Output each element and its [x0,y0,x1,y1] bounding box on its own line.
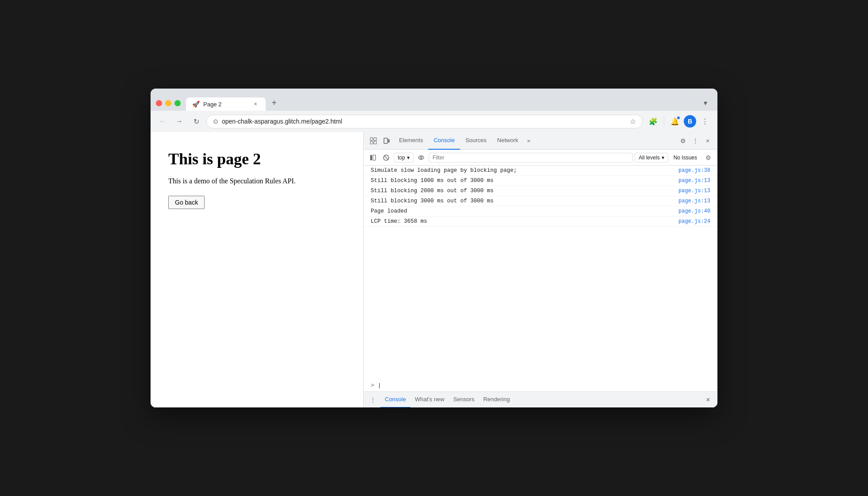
console-line: Still blocking 1000 ms out of 3000 mspag… [364,176,717,186]
console-level-label: All levels [639,155,659,161]
page-description: This is a demo of the Speculation Rules … [168,177,345,185]
browser-window: 🚀 Page 2 × + ▾ ← → ↻ ⊙ open-chalk-aspara… [151,89,717,407]
svg-point-11 [420,157,422,159]
console-level-arrow: ▾ [662,155,664,161]
console-context-selector[interactable]: top ▾ [394,153,414,163]
address-security-icon: ⊙ [213,118,218,125]
svg-rect-7 [373,155,376,160]
console-context-arrow: ▾ [407,155,410,161]
close-traffic-light[interactable] [156,100,162,106]
console-message: Simulate slow loading page by blocking p… [371,167,671,174]
devtools-inspect-icon[interactable] [367,135,380,147]
tab-console[interactable]: Console [428,132,460,150]
back-button[interactable]: ← [156,115,169,128]
browser-tab[interactable]: 🚀 Page 2 × [186,97,266,111]
page-content: This is page 2 This is a demo of the Spe… [151,132,363,407]
drawer-tab-rendering[interactable]: Rendering [479,392,514,408]
console-issues-label[interactable]: No Issues [670,153,701,162]
devtools-tabs-bar: Elements Console Sources Network » ⚙ ⋮ × [364,132,717,150]
console-filter-input[interactable] [429,153,633,163]
console-line: Still blocking 2000 ms out of 3000 mspag… [364,186,717,196]
svg-rect-4 [384,138,388,143]
svg-rect-1 [374,138,376,140]
console-cursor[interactable]: | [378,382,381,389]
devtools-device-icon[interactable] [380,135,393,147]
console-eye-button[interactable] [415,152,427,163]
console-message: Still blocking 3000 ms out of 3000 ms [371,198,671,204]
toolbar-separator [664,117,664,126]
console-message: Page loaded [371,208,671,214]
reload-button[interactable]: ↻ [190,115,203,128]
tab-favicon: 🚀 [192,101,200,108]
console-sidebar-button[interactable] [367,152,379,163]
console-output: Simulate slow loading page by blocking p… [364,166,717,380]
tab-title: Page 2 [203,101,248,108]
forward-button[interactable]: → [173,115,186,128]
devtools-panel: Elements Console Sources Network » ⚙ ⋮ × [363,132,717,407]
content-area: This is page 2 This is a demo of the Spe… [151,132,717,407]
notifications-button[interactable]: 🔔 [668,114,682,128]
minimize-traffic-light[interactable] [165,100,171,106]
svg-rect-2 [370,141,373,144]
profile-button[interactable]: B [684,115,696,128]
console-level-selector[interactable]: All levels ▾ [635,153,668,163]
console-line: LCP time: 3658 mspage.js:24 [364,217,717,227]
svg-rect-3 [374,141,376,144]
console-settings-button[interactable]: ⚙ [702,152,714,163]
address-url: open-chalk-asparagus.glitch.me/page2.htm… [222,118,626,125]
tab-more-button[interactable]: » [523,132,534,150]
devtools-settings-button[interactable]: ⚙ [677,135,689,147]
page-heading: This is page 2 [168,150,345,168]
console-source-link[interactable]: page.js:40 [678,208,710,214]
drawer-close-button[interactable]: × [702,394,714,406]
devtools-close-button[interactable]: × [701,135,714,147]
console-source-link[interactable]: page.js:38 [678,167,710,174]
console-source-link[interactable]: page.js:24 [678,218,710,225]
chrome-menu-button[interactable]: ⋮ [698,114,712,128]
devtools-more-button[interactable]: ⋮ [689,135,701,147]
drawer-tab-sensors[interactable]: Sensors [449,392,479,408]
browser-toolbar: ← → ↻ ⊙ open-chalk-asparagus.glitch.me/p… [151,111,717,132]
svg-rect-6 [370,155,372,160]
console-toolbar: top ▾ All levels ▾ No Issues ⚙ [364,150,717,166]
console-line: Simulate slow loading page by blocking p… [364,166,717,176]
toolbar-icons: 🧩 🔔 B ⋮ [646,114,712,128]
console-source-link[interactable]: page.js:13 [678,198,710,204]
console-line: Still blocking 3000 ms out of 3000 mspag… [364,196,717,206]
bookmark-icon[interactable]: ☆ [630,117,636,126]
console-input-line: > | [364,380,717,391]
extensions-button[interactable]: 🧩 [646,114,660,128]
console-message: LCP time: 3658 ms [371,218,671,225]
console-prompt: > [371,382,374,389]
address-bar[interactable]: ⊙ open-chalk-asparagus.glitch.me/page2.h… [206,115,643,128]
console-line: Page loadedpage.js:40 [364,206,717,217]
drawer-tab-whats-new[interactable]: What's new [411,392,449,408]
maximize-traffic-light[interactable] [174,100,181,106]
tab-dropdown-button[interactable]: ▾ [699,97,712,111]
tab-elements[interactable]: Elements [394,132,428,150]
console-source-link[interactable]: page.js:13 [678,178,710,184]
traffic-lights [156,100,181,111]
svg-rect-0 [370,138,373,140]
tab-network[interactable]: Network [492,132,524,150]
notification-dot [677,116,680,120]
console-clear-button[interactable] [380,152,392,163]
drawer-menu-button[interactable]: ⋮ [367,394,379,406]
console-context-label: top [398,155,405,161]
tab-sources[interactable]: Sources [460,132,492,150]
svg-rect-5 [388,140,389,142]
console-message: Still blocking 1000 ms out of 3000 ms [371,178,671,184]
svg-line-9 [384,156,388,159]
new-tab-button[interactable]: + [267,97,281,111]
console-message: Still blocking 2000 ms out of 3000 ms [371,188,671,194]
go-back-button[interactable]: Go back [168,196,205,209]
drawer-tab-console[interactable]: Console [380,392,411,408]
console-source-link[interactable]: page.js:13 [678,188,710,194]
devtools-drawer: ⋮ Console What's new Sensors Rendering × [364,391,717,407]
svg-point-10 [418,156,424,159]
title-bar: 🚀 Page 2 × + ▾ [151,89,717,111]
tab-close-button[interactable]: × [252,100,260,108]
